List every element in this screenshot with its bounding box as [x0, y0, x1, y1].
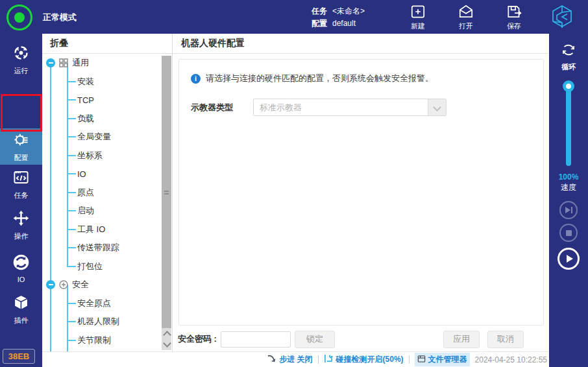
tree-node-home[interactable]: 原点	[42, 184, 160, 202]
collision-detection-status[interactable]: 碰撞检测开启(50%)	[324, 354, 404, 365]
new-file-icon	[410, 3, 426, 20]
clock-timestamp: 2024-04-25 10:22:55	[475, 355, 547, 364]
tree-node-tcp[interactable]: TCP	[42, 91, 160, 110]
hardware-config-panel: 机器人硬件配置 i 请选择与连接的硬件匹配的配置，否则系统会触发安全报警。 示教…	[173, 34, 548, 351]
sidebar-item-io[interactable]: IO	[0, 250, 42, 287]
scrollbar-thumb[interactable]	[162, 56, 171, 328]
loop-mode-button[interactable]: 循环	[549, 41, 588, 72]
task-value: <未命名>	[332, 6, 365, 16]
chevron-down-icon	[428, 99, 446, 115]
config-value: default	[332, 19, 356, 28]
annotation-highlight-box	[1, 94, 42, 132]
config-label: 配置	[312, 19, 327, 28]
save-button[interactable]: 保存	[497, 3, 531, 31]
play-button[interactable]	[557, 248, 580, 270]
password-label: 安全密码 :	[178, 333, 217, 345]
mode-label: 正常模式	[43, 12, 77, 23]
move-arrows-icon	[12, 209, 30, 230]
info-message: i 请选择与连接的硬件匹配的配置，否则系统会触发安全报警。	[191, 73, 434, 84]
shield-plus-icon	[58, 279, 69, 290]
tree-node-joint-limits[interactable]: 关节限制	[42, 331, 160, 350]
tree-node-safe-home[interactable]: 安全原点	[42, 294, 160, 313]
password-input[interactable]	[221, 331, 291, 348]
info-text: 请选择与连接的硬件匹配的配置，否则系统会触发安全报警。	[206, 73, 434, 84]
lock-button[interactable]: 锁定	[295, 331, 335, 348]
skip-icon	[565, 207, 570, 213]
brand-logo-icon	[547, 4, 577, 30]
io-swap-icon	[12, 254, 30, 274]
mode-status-icon	[6, 5, 32, 30]
separator	[318, 355, 319, 364]
tree-node-install[interactable]: 安装	[42, 73, 160, 91]
config-tree-panel: 折叠 通用 安装 TCP 负载 全局变量 坐标系 IO 原点 启动	[42, 34, 173, 351]
step-mode-status[interactable]: 步进 关闭	[267, 354, 312, 365]
config-content: i 请选择与连接的硬件匹配的配置，否则系统会触发安全报警。 示教器类型 标准示教…	[178, 59, 544, 326]
collapse-toggle-icon[interactable]	[46, 58, 55, 67]
sidebar-item-plugin[interactable]: 插件	[0, 291, 42, 327]
step-forward-button[interactable]	[559, 201, 578, 219]
separator	[409, 355, 410, 364]
tree-node-robot-limits[interactable]: 机器人限制	[42, 313, 160, 331]
code-icon	[12, 169, 30, 189]
tree-panel-title: 折叠	[42, 34, 172, 54]
mode-indicator[interactable]: 正常模式	[6, 5, 77, 30]
pendant-type-value: 标准示教器	[254, 102, 428, 113]
stop-icon	[566, 230, 572, 236]
stop-button[interactable]	[559, 224, 578, 242]
file-manager-button[interactable]: 文件管理器	[415, 353, 470, 366]
tree-scrollbar[interactable]	[162, 56, 171, 350]
new-task-button[interactable]: 新建	[401, 3, 435, 31]
loop-icon	[560, 41, 577, 61]
scroll-up-icon[interactable]	[163, 331, 171, 339]
apply-button[interactable]: 应用	[443, 331, 480, 348]
tree-node-payload[interactable]: 负载	[42, 110, 160, 128]
config-tree: 通用 安装 TCP 负载 全局变量 坐标系 IO 原点 启动 工具 IO 传送带…	[42, 54, 160, 351]
step-arrow-icon	[267, 355, 276, 365]
page-title: 机器人硬件配置	[173, 34, 548, 54]
speed-slider-handle[interactable]	[563, 80, 574, 92]
speed-slider-track[interactable]	[566, 87, 571, 166]
password-row: 安全密码 : 锁定 应用 取消	[178, 330, 543, 348]
open-folder-icon	[458, 3, 474, 20]
sidebar-item-config[interactable]: 配置	[0, 128, 42, 165]
tree-node-safety[interactable]: 安全	[42, 276, 160, 294]
sidebar-item-run[interactable]: 运行	[0, 41, 42, 78]
grid-icon	[58, 58, 69, 68]
sidebar-item-task[interactable]: 任务	[0, 166, 42, 202]
scrollbar-arrows	[162, 328, 171, 350]
settings-gear-icon	[12, 131, 30, 151]
tree-node-coord-system[interactable]: 坐标系	[42, 147, 160, 165]
sidebar-item-jog[interactable]: 操作	[0, 207, 42, 243]
tree-node-conveyor[interactable]: 传送带跟踪	[42, 239, 160, 257]
teach-pendant-app: 正常模式 任务<未命名> 配置default 新建 打开	[0, 0, 588, 367]
collision-icon	[324, 354, 334, 365]
pendant-type-label: 示教器类型	[191, 102, 240, 113]
file-manager-icon	[417, 355, 426, 365]
status-code-badge: 38EB	[3, 349, 35, 364]
tree-node-tool-io[interactable]: 工具 IO	[42, 220, 160, 239]
collapse-toggle-icon[interactable]	[46, 280, 55, 289]
speed-label: 速度	[549, 182, 588, 193]
tree-node-packing[interactable]: 打包位	[42, 257, 160, 276]
cancel-button[interactable]: 取消	[487, 331, 524, 348]
speed-percent: 100%	[549, 172, 588, 182]
tree-node-general[interactable]: 通用	[42, 54, 160, 73]
status-bar: 步进 关闭 碰撞检测开启(50%) 文件管理器 2024-04-25 10:22…	[42, 351, 549, 367]
file-actions: 新建 打开 保存	[401, 3, 531, 31]
open-task-button[interactable]: 打开	[449, 3, 483, 31]
run-icon	[12, 44, 30, 64]
task-info: 任务<未命名> 配置default	[312, 5, 365, 30]
pendant-type-row: 示教器类型 标准示教器	[191, 99, 447, 116]
pendant-type-select[interactable]: 标准示教器	[253, 99, 447, 116]
save-icon	[506, 3, 522, 20]
play-icon	[567, 255, 573, 263]
nav-sidebar: 运行 配置 任务	[0, 34, 42, 367]
tree-node-startup[interactable]: 启动	[42, 202, 160, 220]
tree-node-global-vars[interactable]: 全局变量	[42, 128, 160, 147]
scroll-down-icon[interactable]	[163, 339, 171, 348]
plugin-cube-icon	[12, 294, 30, 314]
top-bar: 正常模式 任务<未命名> 配置default 新建 打开	[0, 0, 588, 34]
task-label: 任务	[312, 6, 327, 16]
info-icon: i	[191, 74, 201, 84]
tree-node-io[interactable]: IO	[42, 165, 160, 184]
